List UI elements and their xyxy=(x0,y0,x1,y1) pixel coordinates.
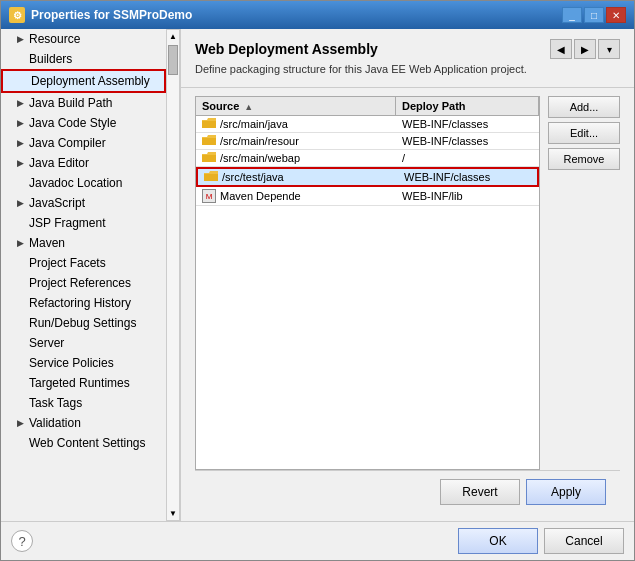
table-row[interactable]: MMaven DependeWEB-INF/lib xyxy=(196,187,539,206)
sidebar-item-label: Maven xyxy=(29,236,65,250)
sidebar-item-service-policies[interactable]: Service Policies xyxy=(1,353,166,373)
sidebar-item-task-tags[interactable]: Task Tags xyxy=(1,393,166,413)
sidebar-item-project-facets[interactable]: Project Facets xyxy=(1,253,166,273)
deploy-cell: WEB-INF/classes xyxy=(396,133,539,149)
edit-button[interactable]: Edit... xyxy=(548,122,620,144)
sidebar-item-label: JSP Fragment xyxy=(29,216,105,230)
sidebar-item-java-code-style[interactable]: ▶Java Code Style xyxy=(1,113,166,133)
sidebar-item-java-build-path[interactable]: ▶Java Build Path xyxy=(1,93,166,113)
expand-arrow-icon: ▶ xyxy=(17,158,25,168)
assembly-table[interactable]: Source ▲ Deploy Path /src/main/javaWEB-I… xyxy=(195,96,540,470)
nav-dropdown-button[interactable]: ▾ xyxy=(598,39,620,59)
properties-dialog: ⚙ Properties for SSMProDemo _ □ ✕ ▶Resou… xyxy=(0,0,635,561)
remove-button[interactable]: Remove xyxy=(548,148,620,170)
sidebar-item-jsp-fragment[interactable]: JSP Fragment xyxy=(1,213,166,233)
source-text: /src/test/java xyxy=(222,171,284,183)
dialog-icon: ⚙ xyxy=(9,7,25,23)
minimize-button[interactable]: _ xyxy=(562,7,582,23)
source-cell: /src/main/webap xyxy=(196,150,396,166)
sidebar-item-maven[interactable]: ▶Maven xyxy=(1,233,166,253)
sidebar-item-label: Builders xyxy=(29,52,72,66)
sidebar-item-label: Deployment Assembly xyxy=(31,74,150,88)
maximize-button[interactable]: □ xyxy=(584,7,604,23)
help-button[interactable]: ? xyxy=(11,530,33,552)
sidebar-item-label: Resource xyxy=(29,32,80,46)
sidebar-item-label: Project References xyxy=(29,276,131,290)
deploy-cell: / xyxy=(396,150,539,166)
sidebar-item-refactoring-history[interactable]: Refactoring History xyxy=(1,293,166,313)
sidebar-item-project-references[interactable]: Project References xyxy=(1,273,166,293)
source-cell: /src/main/java xyxy=(196,116,396,132)
nav-forward-button[interactable]: ▶ xyxy=(574,39,596,59)
source-cell: /src/main/resour xyxy=(196,133,396,149)
sidebar-item-label: Javadoc Location xyxy=(29,176,122,190)
footer-main-buttons: OK Cancel xyxy=(458,528,624,554)
revert-apply-buttons: Revert Apply xyxy=(195,470,620,513)
scroll-thumb[interactable] xyxy=(168,45,178,75)
deploy-cell: WEB-INF/lib xyxy=(396,187,539,205)
source-cell: /src/test/java xyxy=(198,169,398,185)
table-row[interactable]: /src/main/resourWEB-INF/classes xyxy=(196,133,539,150)
ok-button[interactable]: OK xyxy=(458,528,538,554)
add-button[interactable]: Add... xyxy=(548,96,620,118)
sidebar-item-javascript[interactable]: ▶JavaScript xyxy=(1,193,166,213)
sidebar-item-label: Web Content Settings xyxy=(29,436,146,450)
source-text: /src/main/java xyxy=(220,118,288,130)
expand-arrow-icon: ▶ xyxy=(17,418,25,428)
sidebar-item-label: Project Facets xyxy=(29,256,106,270)
sidebar-item-label: Refactoring History xyxy=(29,296,131,310)
sidebar-item-label: Validation xyxy=(29,416,81,430)
footer-bar: ? OK Cancel xyxy=(1,521,634,560)
source-text: Maven Depende xyxy=(220,190,301,202)
sidebar-item-java-editor[interactable]: ▶Java Editor xyxy=(1,153,166,173)
scroll-down-arrow[interactable]: ▼ xyxy=(167,507,179,520)
sidebar-item-validation[interactable]: ▶Validation xyxy=(1,413,166,433)
table-header: Source ▲ Deploy Path xyxy=(196,97,539,116)
sort-arrow: ▲ xyxy=(244,102,253,112)
deploy-cell: WEB-INF/classes xyxy=(398,169,537,185)
sidebar-item-server[interactable]: Server xyxy=(1,333,166,353)
expand-arrow-icon: ▶ xyxy=(17,198,25,208)
close-button[interactable]: ✕ xyxy=(606,7,626,23)
nav-back-button[interactable]: ◀ xyxy=(550,39,572,59)
side-buttons: Add... Edit... Remove xyxy=(548,96,620,470)
left-scrollbar[interactable]: ▲ ▼ xyxy=(166,29,180,521)
left-panel: ▶ResourceBuildersDeployment Assembly▶Jav… xyxy=(1,29,166,521)
source-header: Source ▲ xyxy=(196,97,396,115)
source-text: /src/main/webap xyxy=(220,152,300,164)
deploy-header: Deploy Path xyxy=(396,97,539,115)
expand-arrow-icon: ▶ xyxy=(17,34,25,44)
revert-button[interactable]: Revert xyxy=(440,479,520,505)
title-bar: ⚙ Properties for SSMProDemo _ □ ✕ xyxy=(1,1,634,29)
right-title-row: Web Deployment Assembly ◀ ▶ ▾ xyxy=(195,39,620,59)
source-text: /src/main/resour xyxy=(220,135,299,147)
table-row[interactable]: /src/test/javaWEB-INF/classes xyxy=(196,167,539,187)
sidebar-item-deployment-assembly[interactable]: Deployment Assembly xyxy=(1,69,166,93)
sidebar-item-run-debug-settings[interactable]: Run/Debug Settings xyxy=(1,313,166,333)
expand-arrow-icon: ▶ xyxy=(17,118,25,128)
sidebar-item-label: Targeted Runtimes xyxy=(29,376,130,390)
table-with-buttons: Source ▲ Deploy Path /src/main/javaWEB-I… xyxy=(195,96,620,470)
sidebar-item-label: Java Compiler xyxy=(29,136,106,150)
apply-button[interactable]: Apply xyxy=(526,479,606,505)
sidebar-item-javadoc-location[interactable]: Javadoc Location xyxy=(1,173,166,193)
sidebar-item-label: JavaScript xyxy=(29,196,85,210)
sidebar-item-builders[interactable]: Builders xyxy=(1,49,166,69)
sidebar-item-label: Run/Debug Settings xyxy=(29,316,136,330)
table-row[interactable]: /src/main/webap/ xyxy=(196,150,539,167)
sidebar-item-targeted-runtimes[interactable]: Targeted Runtimes xyxy=(1,373,166,393)
sidebar-item-web-content-settings[interactable]: Web Content Settings xyxy=(1,433,166,453)
right-panel: Web Deployment Assembly ◀ ▶ ▾ Define pac… xyxy=(181,29,634,521)
left-panel-container: ▶ResourceBuildersDeployment Assembly▶Jav… xyxy=(1,29,181,521)
scroll-up-arrow[interactable]: ▲ xyxy=(167,30,179,43)
sidebar-item-label: Service Policies xyxy=(29,356,114,370)
sidebar-item-label: Task Tags xyxy=(29,396,82,410)
table-row[interactable]: /src/main/javaWEB-INF/classes xyxy=(196,116,539,133)
sidebar-item-java-compiler[interactable]: ▶Java Compiler xyxy=(1,133,166,153)
folder-icon xyxy=(202,118,216,130)
dialog-title: Properties for SSMProDemo xyxy=(31,8,192,22)
sidebar-item-label: Java Editor xyxy=(29,156,89,170)
cancel-button[interactable]: Cancel xyxy=(544,528,624,554)
sidebar-item-resource[interactable]: ▶Resource xyxy=(1,29,166,49)
table-rows: /src/main/javaWEB-INF/classes/src/main/r… xyxy=(196,116,539,206)
